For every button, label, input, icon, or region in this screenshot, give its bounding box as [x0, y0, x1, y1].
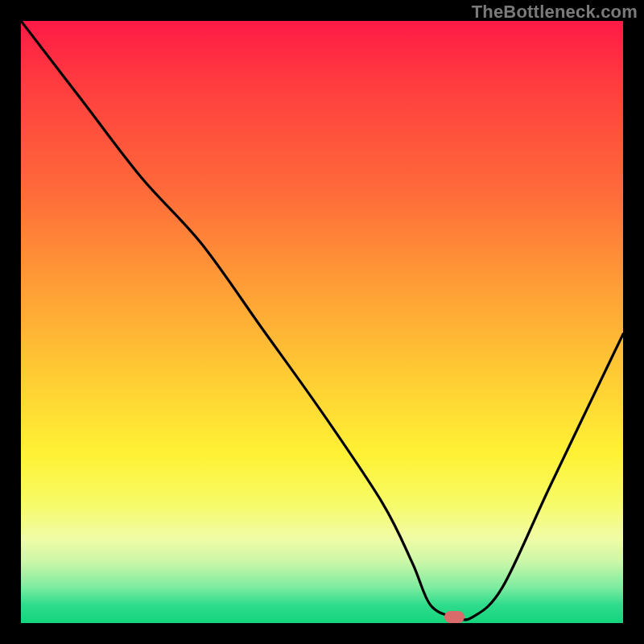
- optimal-point-marker: [444, 611, 464, 623]
- chart-plot-area: [21, 21, 623, 623]
- watermark-text: TheBottleneck.com: [472, 2, 638, 23]
- curve-path: [21, 21, 623, 620]
- chart-frame: TheBottleneck.com: [0, 0, 644, 644]
- bottleneck-curve: [21, 21, 623, 623]
